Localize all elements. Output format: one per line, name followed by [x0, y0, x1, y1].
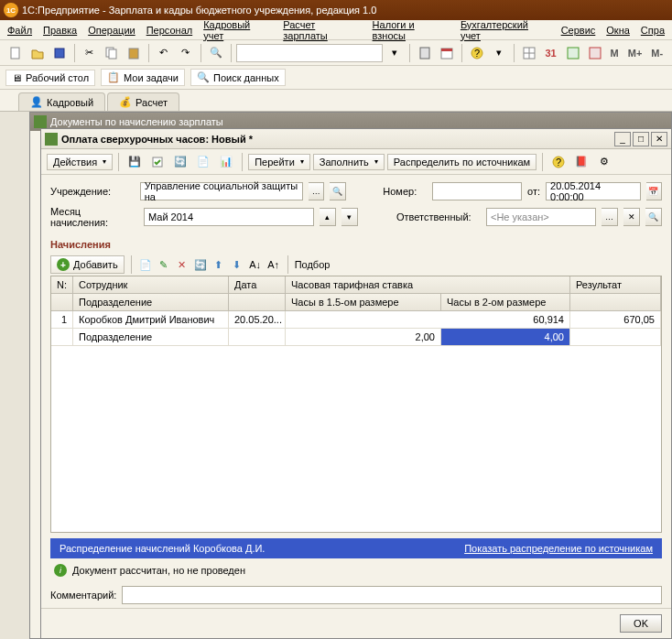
menu-payroll[interactable]: Расчет зарплаты	[283, 19, 361, 41]
post-icon[interactable]	[147, 152, 168, 172]
col-dept[interactable]: Подразделение	[73, 294, 229, 311]
cell-rate[interactable]: 60,914	[286, 311, 570, 329]
undo-icon[interactable]: ↶	[154, 43, 174, 63]
sort-desc-icon[interactable]: A↑	[266, 257, 281, 272]
org-ellipsis-button[interactable]: …	[309, 182, 324, 200]
menu-hr[interactable]: Кадровый учет	[203, 19, 272, 41]
save-doc-icon[interactable]: 💾	[125, 152, 145, 172]
tab-hr[interactable]: 👤Кадровый	[18, 92, 105, 111]
menu-file[interactable]: Файл	[7, 25, 32, 36]
responsible-lookup-button[interactable]: 🔍	[645, 208, 662, 226]
close-button[interactable]: ✕	[651, 132, 667, 146]
nav-tasks[interactable]: 📋 Мои задачи	[101, 69, 185, 86]
fill-menu[interactable]: Заполнить	[313, 154, 385, 170]
grid1-icon[interactable]	[519, 43, 539, 63]
help-doc-icon[interactable]: ?	[548, 152, 569, 172]
tab-payroll[interactable]: 💰Расчет	[107, 92, 179, 111]
org-field[interactable]: Управление социальной защиты на	[140, 182, 303, 200]
refresh-grid-icon[interactable]: 🔄	[193, 257, 208, 272]
show-distribution-link[interactable]: Показать распределение по источникам	[464, 543, 653, 554]
cell-date[interactable]: 20.05.20...	[229, 311, 286, 329]
actions-menu[interactable]: Действия	[47, 154, 113, 170]
cell-h15[interactable]: 2,00	[286, 329, 441, 346]
menu-personnel[interactable]: Персонал	[146, 25, 193, 36]
refresh-icon[interactable]: 🔄	[170, 152, 190, 172]
mminus-btn[interactable]: M-	[647, 48, 667, 59]
save-icon[interactable]	[49, 43, 70, 63]
add-button[interactable]: + Добавить	[50, 255, 125, 274]
open-icon[interactable]	[27, 43, 48, 63]
delete-icon[interactable]: ✕	[175, 257, 190, 272]
goto-menu[interactable]: Перейти	[248, 154, 310, 170]
cell-num[interactable]: 1	[51, 311, 73, 329]
table-row[interactable]: 1 Коробков Дмитрий Иванович 20.05.20... …	[51, 311, 661, 329]
table-row[interactable]: Подразделение 2,00 4,00	[51, 329, 661, 346]
maximize-button[interactable]: □	[633, 132, 649, 146]
col-h15[interactable]: Часы в 1.5-ом размере	[286, 294, 441, 311]
menu-operations[interactable]: Операции	[88, 25, 135, 36]
calc-icon[interactable]	[415, 43, 435, 63]
responsible-field[interactable]: <Не указан>	[486, 208, 596, 226]
col-h2[interactable]: Часы в 2-ом размере	[441, 294, 570, 311]
comment-input[interactable]	[122, 586, 662, 604]
date31-icon[interactable]: 31	[541, 43, 561, 63]
distribute-button[interactable]: Распределить по источникам	[387, 154, 537, 170]
col-result[interactable]: Результат	[570, 276, 661, 294]
nav-search[interactable]: 🔍 Поиск данных	[190, 69, 286, 86]
structure-icon[interactable]: 📊	[216, 152, 236, 172]
responsible-clear-button[interactable]: ✕	[623, 208, 640, 226]
month-up-button[interactable]: ▴	[320, 208, 336, 226]
help-dropdown-icon[interactable]: ▾	[489, 43, 509, 63]
nav-desktop[interactable]: 🖥 Рабочий стол	[5, 70, 95, 86]
col-employee[interactable]: Сотрудник	[73, 276, 229, 294]
settings-icon[interactable]: ⚙	[594, 152, 614, 172]
menu-windows[interactable]: Окна	[606, 25, 630, 36]
copy-doc-icon[interactable]: 📄	[193, 152, 213, 172]
cell-employee[interactable]: Коробков Дмитрий Иванович	[73, 311, 229, 329]
find-icon[interactable]: 🔍	[206, 43, 226, 63]
cell-h2[interactable]: 4,00	[441, 329, 570, 346]
select-button[interactable]: Подбор	[295, 259, 331, 270]
menu-edit[interactable]: Правка	[43, 25, 77, 36]
paste-icon[interactable]	[124, 43, 144, 63]
move-down-icon[interactable]: ⬇	[230, 257, 244, 272]
cell-result[interactable]: 670,05	[570, 311, 661, 329]
cell-dept[interactable]: Подразделение	[73, 329, 229, 346]
book-icon[interactable]: 📕	[571, 152, 591, 172]
minimize-button[interactable]: _	[614, 132, 631, 146]
redo-icon[interactable]: ↷	[176, 43, 196, 63]
date-field[interactable]: 20.05.2014 0:00:00	[546, 182, 641, 200]
edit-icon[interactable]: ✎	[157, 257, 171, 272]
col-rate[interactable]: Часовая тарифная ставка	[286, 276, 570, 294]
document-titlebar[interactable]: Оплата сверхурочных часов: Новый * _ □ ✕	[41, 129, 671, 149]
new-icon[interactable]	[5, 43, 26, 63]
menu-help[interactable]: Спра	[641, 25, 665, 36]
responsible-ellipsis-button[interactable]: …	[602, 208, 618, 226]
col-date[interactable]: Дата	[229, 276, 286, 294]
ok-button[interactable]: OK	[620, 614, 662, 633]
number-field[interactable]	[432, 182, 522, 200]
calendar-icon[interactable]	[437, 43, 457, 63]
move-up-icon[interactable]: ⬆	[211, 257, 226, 272]
month-field[interactable]: Май 2014	[144, 208, 314, 226]
menu-accounting[interactable]: Бухгалтерский учет	[461, 19, 550, 41]
cut-icon[interactable]: ✂	[80, 43, 100, 63]
mplus-btn[interactable]: M+	[624, 48, 646, 59]
search-input[interactable]	[236, 44, 383, 62]
org-lookup-button[interactable]: 🔍	[330, 182, 345, 200]
month-down-button[interactable]: ▾	[341, 208, 358, 226]
col-num[interactable]: N:	[51, 276, 73, 294]
grid3-icon[interactable]	[585, 43, 605, 63]
grid2-icon[interactable]	[563, 43, 583, 63]
add-label: Добавить	[73, 259, 118, 270]
help-icon[interactable]: ?	[467, 43, 487, 63]
date-picker-button[interactable]: 📅	[646, 182, 662, 200]
m-btn[interactable]: M	[607, 48, 623, 59]
search-dropdown-icon[interactable]: ▾	[385, 43, 405, 63]
sort-asc-icon[interactable]: A↓	[248, 257, 263, 272]
menu-service[interactable]: Сервис	[561, 25, 596, 36]
add-copy-icon[interactable]: 📄	[138, 257, 153, 272]
copy-icon[interactable]	[102, 43, 122, 63]
menu-taxes[interactable]: Налоги и взносы	[373, 19, 450, 41]
svg-text:?: ?	[474, 48, 480, 59]
